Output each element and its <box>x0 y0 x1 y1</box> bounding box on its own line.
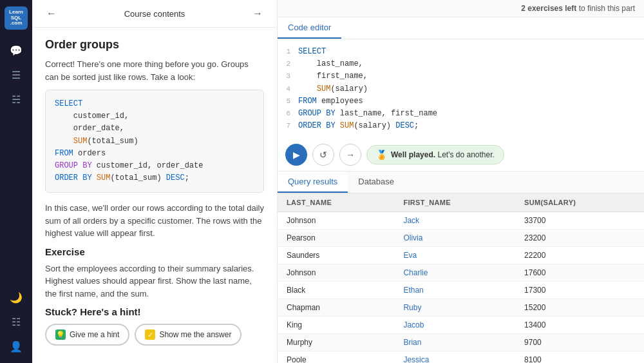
editor-tab-bar: Code editor <box>278 17 644 39</box>
line-code-7: ORDER BY SUM(salary) DESC; <box>298 120 419 132</box>
line-code-1: SELECT <box>298 46 326 58</box>
editor-toolbar: ▶ ↺ → 🏅 Well played. Let's do another. <box>278 139 644 171</box>
hint-section-title: Stuck? Here's a hint! <box>45 306 264 317</box>
col-sum-salary: SUM(SALARY) <box>515 193 644 212</box>
top-bar: 2 exercises left to finish this part <box>278 0 644 17</box>
cell-sum: 8100 <box>515 351 644 363</box>
answer-icon: ✓ <box>145 329 155 340</box>
cell-last-name: Pearson <box>278 230 394 247</box>
table-row: Chapman Ruby 15200 <box>278 299 644 317</box>
cell-sum: 15200 <box>515 299 644 317</box>
code-line-2: 2 last_name, <box>278 58 644 70</box>
line-num-5: 5 <box>278 95 298 108</box>
table-row: Black Ethan 17300 <box>278 282 644 299</box>
cell-last-name: Chapman <box>278 299 394 317</box>
cell-first-name: Charlie <box>394 264 515 282</box>
line-num-7: 7 <box>278 120 298 132</box>
logo[interactable]: LearnSQL.com <box>5 6 28 30</box>
line-num-2: 2 <box>278 58 298 70</box>
course-contents-label: Course contents <box>124 9 185 19</box>
cell-first-name: Ethan <box>394 282 515 299</box>
cell-first-name: Jessica <box>394 351 515 363</box>
grid-icon[interactable]: ☷ <box>6 311 26 332</box>
col-last-name: LAST_NAME <box>278 193 394 212</box>
line-num-1: 1 <box>278 46 298 58</box>
feedback-bold: Well played. <box>391 150 435 159</box>
run-button[interactable]: ▶ <box>285 144 307 166</box>
results-table: LAST_NAME FIRST_NAME SUM(SALARY) Johnson… <box>278 193 644 363</box>
line-code-2: last_name, <box>298 58 363 70</box>
feedback-badge: 🏅 Well played. Let's do another. <box>366 145 504 164</box>
cell-sum: 33700 <box>515 212 644 230</box>
code-line-1: 1 SELECT <box>278 46 644 58</box>
chat-icon[interactable]: 💬 <box>6 40 26 61</box>
exercise-title: Exercise <box>45 246 264 257</box>
code-line-3: 3 first_name, <box>278 70 644 83</box>
code-line-5: 5 FROM employees <box>278 95 644 108</box>
cell-first-name: Jack <box>394 212 515 230</box>
table-row: Pearson Olivia 23200 <box>278 230 644 247</box>
editor-section: Code editor 1 SELECT 2 last_name, 3 firs… <box>278 17 644 172</box>
results-tabs: Query results Database <box>278 172 644 193</box>
cell-last-name: Saunders <box>278 247 394 264</box>
sidebar: LearnSQL.com 💬 ☰ ☵ 🌙 ☷ 👤 <box>0 0 32 363</box>
feedback-text: Well played. Let's do another. <box>391 150 495 159</box>
document-icon[interactable]: ☵ <box>6 89 26 110</box>
cell-first-name: Olivia <box>394 230 515 247</box>
forward-button[interactable]: → <box>249 6 267 21</box>
table-row: Poole Jessica 8100 <box>278 351 644 363</box>
code-editor[interactable]: 1 SELECT 2 last_name, 3 first_name, 4 SU… <box>278 39 644 139</box>
code-line-6: 6 GROUP BY last_name, first_name <box>278 108 644 120</box>
feedback-suffix: Let's do another. <box>437 150 494 159</box>
give-hint-button[interactable]: 💡 Give me a hint <box>45 324 129 346</box>
tab-query-results[interactable]: Query results <box>278 172 348 193</box>
cell-sum: 13400 <box>515 317 644 334</box>
line-code-3: first_name, <box>298 70 368 83</box>
hint-button-label: Give me a hint <box>70 330 119 339</box>
cell-last-name: Black <box>278 282 394 299</box>
cell-last-name: King <box>278 317 394 334</box>
code-line-7: 7 ORDER BY SUM(salary) DESC; <box>278 120 644 132</box>
table-row: Murphy Brian 9700 <box>278 334 644 351</box>
table-row: Saunders Eva 22200 <box>278 247 644 264</box>
line-num-3: 3 <box>278 70 298 83</box>
show-answer-button[interactable]: ✓ Show me the answer <box>135 324 242 346</box>
tab-code-editor[interactable]: Code editor <box>278 17 341 39</box>
line-code-6: GROUP BY last_name, first_name <box>298 108 437 120</box>
line-code-5: FROM employees <box>298 95 363 108</box>
exercise-text: Sort the employees according to their su… <box>45 262 264 300</box>
code-example: SELECT customer_id, order_date, SUM(tota… <box>45 90 264 193</box>
reset-icon: ↺ <box>319 150 327 160</box>
forward-code-button[interactable]: → <box>339 144 361 166</box>
count-bold: 2 exercises left <box>521 4 576 13</box>
cell-last-name: Johnson <box>278 212 394 230</box>
cell-first-name: Jacob <box>394 317 515 334</box>
cell-sum: 22200 <box>515 247 644 264</box>
answer-button-label: Show me the answer <box>159 330 231 339</box>
right-panel: 2 exercises left to finish this part Cod… <box>277 0 644 363</box>
table-body: Johnson Jack 33700 Pearson Olivia 23200 … <box>278 212 644 363</box>
logo-text: LearnSQL.com <box>9 10 23 26</box>
layers-icon[interactable]: ☰ <box>6 64 26 85</box>
reset-button[interactable]: ↺ <box>312 144 334 166</box>
content-body: Order groups Correct! There's one more t… <box>32 28 277 363</box>
line-num-6: 6 <box>278 108 298 120</box>
code-line-4: 4 SUM(salary) <box>278 83 644 95</box>
content-panel: ← Course contents → Order groups Correct… <box>32 0 277 363</box>
back-button[interactable]: ← <box>43 6 61 21</box>
table-row: Johnson Jack 33700 <box>278 212 644 230</box>
tab-database[interactable]: Database <box>348 172 404 193</box>
cell-first-name: Brian <box>394 334 515 351</box>
user-icon[interactable]: 👤 <box>6 336 26 357</box>
moon-icon[interactable]: 🌙 <box>6 287 26 308</box>
intro-text: Correct! There's one more thing before y… <box>45 58 264 83</box>
exercises-count: 2 exercises left to finish this part <box>521 4 635 13</box>
line-num-4: 4 <box>278 83 298 95</box>
results-section: Query results Database LAST_NAME FIRST_N… <box>278 172 644 363</box>
run-icon: ▶ <box>293 150 300 160</box>
table-row: Johnson Charlie 17600 <box>278 264 644 282</box>
line-code-4: SUM(salary) <box>298 83 368 95</box>
cell-sum: 9700 <box>515 334 644 351</box>
cell-first-name: Ruby <box>394 299 515 317</box>
content-header: ← Course contents → <box>32 0 277 28</box>
